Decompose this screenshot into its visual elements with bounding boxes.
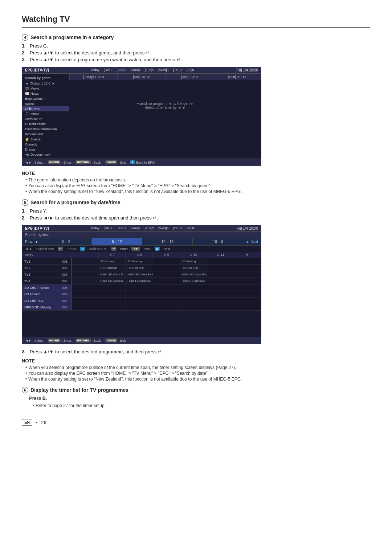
epg2-prev-button[interactable]: Prev. ◄ xyxy=(22,238,41,245)
epg2-time-18-0[interactable]: 18 – 0 xyxy=(192,238,243,245)
channel-tv4[interactable]: TV4 004 H264 HD-Monosc H264 HD-Monosc H2… xyxy=(22,278,261,284)
epg1-header: EPG [DTV-TV] Today [Sat]2 [Sun]3 [Mon]4 … xyxy=(22,67,261,74)
epg2-time-select: Prev. ◄ 0 – 6 6 – 12 12 – 18 18 – 0 ► Ne… xyxy=(22,238,261,246)
epg1-footer: ◄► : Select ENTER : Enter RETURN : Back … xyxy=(22,159,261,166)
genre-education[interactable]: Education/Information xyxy=(22,127,69,132)
epg2-header-dates: Today [Sat]2 [Sun]3 [Mon]4 [Tue]5 [Wed]6… xyxy=(91,226,194,230)
genre-childrens[interactable]: Children's xyxy=(22,106,69,111)
section-4-circle: 4 xyxy=(22,34,28,41)
section-4: 4 Search a programme in a category 1 Pre… xyxy=(22,34,370,194)
step-4-2: 2 Press ▲/▼ to select the desired genre,… xyxy=(22,50,370,56)
note-5-1: When you select a programme outside of t… xyxy=(25,365,370,370)
epg1-time-row: [Today] 1 12-0 [Sat] 2 0-12 [Sat] 2 12-0… xyxy=(69,74,261,80)
genre-comedy[interactable]: Comedy xyxy=(22,142,69,147)
genre-news[interactable]: 📰News xyxy=(22,91,69,96)
genre-entertainment[interactable]: Entertainment xyxy=(22,96,69,101)
genre-movie[interactable]: 🎬Movie xyxy=(22,86,69,91)
epg2-next-button[interactable]: ► Next xyxy=(243,238,261,245)
genre-special[interactable]: ⭐Special xyxy=(22,137,69,142)
epg2-col-header: Today ⊙ 7 ⊙ 8 ⊙ 9 ⊙ 10 ⊙ 11 ► xyxy=(22,252,261,258)
channel-hd-moving[interactable]: HD Moving 006 xyxy=(22,291,261,297)
channel-tv1[interactable]: TV1 001 SD Moving SD Moving SD Moving xyxy=(22,258,261,265)
epg1-body: Search by genre ◄ [Today] 1 12-0 ► 🎬Movi… xyxy=(22,74,261,159)
epg2-nav-row: ◄ ►: Select time ↵: Enter RBack to EPG ↵… xyxy=(22,246,261,252)
epg1-header-dates: Today [Sat]2 [Sun]3 [Mon]4 [Tue]5 [Wed]6… xyxy=(91,68,194,72)
step-5-3: 3 Press ▲/▼ to select the desired progra… xyxy=(22,349,370,354)
note-5-2: You can also display the EPG screen from… xyxy=(25,371,370,376)
epg2-header: EPG [DTV-TV] Today [Sat]2 [Sun]3 [Mon]4 … xyxy=(22,225,261,232)
epg2-blank-row-1 xyxy=(22,311,261,317)
genre-infotainment[interactable]: Infotainment xyxy=(22,132,69,137)
page-title: Watching TV xyxy=(22,15,370,28)
channel-tv2[interactable]: TV2 002 HD ColorBar HD ColorBar HD Color… xyxy=(22,265,261,271)
epg2-footer: ◄► : Select ENTER : Enter RETURN : Back … xyxy=(22,337,261,344)
channel-tv3[interactable]: TV3 003 H264 SD-Color P... H264 SD-Color… xyxy=(22,271,261,278)
section-6-note: Refer to page 27 for the timer setup. xyxy=(33,403,370,408)
section-4-steps: 1 Press G. 2 Press ▲/▼ to select the des… xyxy=(22,43,370,62)
note-section-5: NOTE When you select a programme outside… xyxy=(22,358,370,382)
genre-current-affairs[interactable]: Current affairs xyxy=(22,122,69,127)
epg2-channel-list: TV1 001 SD Moving SD Moving SD Moving TV… xyxy=(22,258,261,337)
section-5-steps: 1 Press Y. 2 Press ◄/► to select the des… xyxy=(22,208,370,221)
step-5-2: 2 Press ◄/► to select the desired time s… xyxy=(22,215,370,221)
step-4-3: 3 Press ▲/▼ to select a programme you wa… xyxy=(22,57,370,62)
genre-drama[interactable]: Drama xyxy=(22,147,69,152)
channel-sd-color-pattern[interactable]: SD Color Pattern 005 xyxy=(22,284,261,291)
epg2-sidebar-title: Search by time xyxy=(22,232,261,238)
epg2-blank-row-3 xyxy=(22,324,261,330)
section-6: 6 Display the timer list for TV programm… xyxy=(22,387,370,408)
section-6-step: Press B. xyxy=(29,395,370,401)
channel-mpeg-sd-moving[interactable]: MPEG SD Moving 008 xyxy=(22,304,261,311)
epg2-time-12-18[interactable]: 12 – 18 xyxy=(142,238,192,245)
epg1-sidebar: Search by genre ◄ [Today] 1 12-0 ► 🎬Movi… xyxy=(22,74,69,159)
epg2-blank-row-2 xyxy=(22,317,261,324)
section-5: 5 Search for a programme by date/time 1 … xyxy=(22,199,370,382)
epg1-main: [Today] 1 12-0 [Sat] 2 0-12 [Sat] 2 12-0… xyxy=(69,74,261,159)
genre-sports[interactable]: Sports xyxy=(22,101,69,106)
step-5-1: 1 Press Y. xyxy=(22,208,370,214)
note-4-3: When the country setting is set to "New … xyxy=(25,189,370,194)
epg2-time-6-12[interactable]: 6 – 12 xyxy=(91,238,142,245)
section-5-heading: 5 Search for a programme by date/time xyxy=(22,199,370,206)
epg-screen-1: EPG [DTV-TV] Today [Sat]2 [Sun]3 [Mon]4 … xyxy=(22,67,261,166)
genre-arts[interactable]: Arts/Culture xyxy=(22,116,69,122)
step-4-1: 1 Press G. xyxy=(22,43,370,49)
genre-documentary[interactable]: 📹Documentary xyxy=(22,152,69,157)
epg2-blank-row-4 xyxy=(22,330,261,337)
epg1-content: Found no programme by the genre. Select … xyxy=(69,80,261,131)
epg-screen-2: EPG [DTV-TV] Today [Sat]2 [Sun]3 [Mon]4 … xyxy=(22,225,261,344)
section-4-heading: 4 Search a programme in a category xyxy=(22,34,370,41)
note-5-3: When the country setting is set to "New … xyxy=(25,377,370,382)
note-4-1: The genre information depends on the bro… xyxy=(25,177,370,182)
channel-sd-color-bar[interactable]: SD Color Bar 007 xyxy=(22,297,261,304)
page-footer: EN - 26 xyxy=(22,419,370,426)
note-4-2: You can also display the EPG screen from… xyxy=(25,183,370,188)
epg1-genre-nav: ◄ [Today] 1 12-0 ► xyxy=(22,81,69,86)
genre-music[interactable]: 🎵Music xyxy=(22,111,69,116)
epg2-time-0-6[interactable]: 0 – 6 xyxy=(41,238,91,245)
note-section-4: NOTE The genre information depends on th… xyxy=(22,171,370,194)
section-6-heading: 6 Display the timer list for TV programm… xyxy=(22,387,370,393)
